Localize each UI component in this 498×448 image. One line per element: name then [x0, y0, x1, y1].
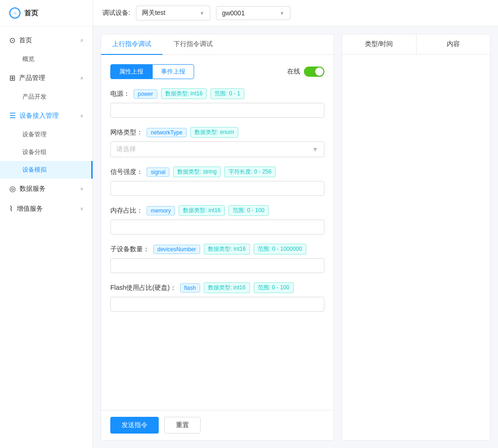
sidebar-item-overview[interactable]: 概览 [0, 50, 93, 68]
tag-power-type: 数据类型: int16 [161, 88, 207, 99]
sidebar-logo: ○ 首页 [0, 0, 93, 27]
device-manage-label: 设备管理 [22, 131, 47, 138]
field-memory: 内存占比： memory 数据类型: int16 范围: 0 - 100 [110, 205, 324, 234]
tag-memory-range: 范围: 0 - 100 [229, 205, 269, 216]
field-memory-label-row: 内存占比： memory 数据类型: int16 范围: 0 - 100 [110, 205, 324, 216]
data-service-label: 数据服务 [20, 185, 46, 193]
product-mgmt-label: 产品管理 [19, 74, 45, 82]
topbar-label: 调试设备: [102, 9, 130, 17]
tag-power-range: 范围: 0 - 1 [210, 88, 244, 99]
reset-button[interactable]: 重置 [164, 417, 201, 434]
field-flash: Flash使用占比(硬盘)： flash 数据类型: int16 范围: 0 -… [110, 282, 324, 312]
tag-signal-length: 字符长度: 0 - 256 [224, 167, 276, 177]
left-panel: 上行指令调试 下行指令调试 属性上报 事件上报 [101, 34, 334, 441]
tag-flash-range: 范围: 0 - 100 [254, 282, 294, 293]
device1-select[interactable]: 网关test ▼ [136, 6, 210, 20]
sidebar-item-product-mgmt[interactable]: ⊞ 产品管理 ∧ [0, 68, 93, 88]
sidebar-item-value-service[interactable]: ⌇ 增值服务 ∨ [0, 199, 93, 219]
device2-value: gw0001 [222, 9, 245, 17]
logo-icon: ○ [9, 7, 20, 19]
device-mgmt-chevron: ∧ [80, 113, 83, 118]
tag-devices-name: devicesNumber [153, 245, 200, 254]
tag-devices-range: 范围: 0 - 1000000 [254, 244, 306, 254]
select-network-chevron-icon: ▼ [312, 146, 318, 153]
input-memory[interactable] [110, 220, 324, 234]
tag-memory-type: 数据类型: int16 [179, 205, 225, 216]
right-panel: 类型/时间 内容 [342, 34, 491, 441]
value-service-label: 增值服务 [17, 205, 43, 213]
field-memory-label: 内存占比： [110, 207, 143, 215]
sub-tabs-row: 属性上报 事件上报 在线 [110, 64, 324, 79]
field-flash-label: Flash使用占比(硬盘)： [110, 284, 176, 292]
tag-power-name: power [134, 89, 157, 99]
field-power-label: 电源： [110, 90, 130, 98]
online-toggle[interactable] [304, 67, 324, 77]
sub-tab-event-label: 事件上报 [161, 68, 185, 75]
right-panel-col1: 类型/时间 [342, 34, 417, 54]
content-area: 上行指令调试 下行指令调试 属性上报 事件上报 [93, 27, 498, 448]
field-signal-label-row: 信号强度： signal 数据类型: string 字符长度: 0 - 256 [110, 167, 324, 177]
sub-tab-event[interactable]: 事件上报 [152, 64, 194, 79]
product-mgmt-icon: ⊞ [9, 74, 15, 82]
device-group-label: 设备分组 [22, 148, 47, 155]
field-power-label-row: 电源： power 数据类型: int16 范围: 0 - 1 [110, 88, 324, 99]
sidebar-item-product-dev[interactable]: 产品开发 [0, 88, 93, 106]
tag-network-type: 数据类型: enum [190, 127, 238, 138]
sidebar-item-device-mgmt[interactable]: ☰ 设备接入管理 ∧ [0, 106, 93, 126]
device2-select[interactable]: gw0001 ▼ [216, 6, 290, 20]
right-panel-body [342, 54, 490, 440]
input-power[interactable] [110, 103, 324, 118]
field-flash-label-row: Flash使用占比(硬盘)： flash 数据类型: int16 范围: 0 -… [110, 282, 324, 293]
tag-signal-name: signal [147, 167, 169, 177]
field-signal: 信号强度： signal 数据类型: string 字符长度: 0 - 256 [110, 167, 324, 196]
sidebar: ○ 首页 ⊙ 首页 ∧ 概览 ⊞ 产品管理 ∧ 产品开发 [0, 0, 93, 448]
sidebar-item-device-manage[interactable]: 设备管理 [0, 126, 93, 143]
input-signal[interactable] [110, 181, 324, 196]
sidebar-item-home[interactable]: ⊙ 首页 ∧ [0, 30, 93, 50]
field-network-type: 网络类型： networkType 数据类型: enum 请选择 ▼ [110, 127, 324, 157]
data-service-chevron: ∨ [80, 186, 83, 191]
sub-tab-property-label: 属性上报 [119, 68, 143, 75]
field-devices-label-row: 子设备数量： devicesNumber 数据类型: int16 范围: 0 -… [110, 244, 324, 254]
field-devices-label: 子设备数量： [110, 245, 149, 254]
sidebar-item-data-service[interactable]: ◎ 数据服务 ∨ [0, 179, 93, 199]
logo-text: 首页 [24, 9, 38, 18]
value-service-icon: ⌇ [9, 204, 13, 213]
tag-memory-name: memory [147, 206, 175, 215]
field-network-label: 网络类型： [110, 128, 143, 137]
send-button[interactable]: 发送指令 [110, 417, 159, 434]
tab-downlink[interactable]: 下行指令调试 [162, 34, 224, 55]
product-dev-label: 产品开发 [22, 93, 47, 100]
device1-value: 网关test [142, 9, 166, 17]
tag-network-name: networkType [147, 128, 187, 137]
product-mgmt-chevron: ∧ [80, 75, 83, 80]
sub-tab-property[interactable]: 属性上报 [110, 64, 152, 79]
select-network-type[interactable]: 请选择 ▼ [110, 141, 324, 157]
data-service-icon: ◎ [9, 184, 16, 193]
sidebar-menu: ⊙ 首页 ∧ 概览 ⊞ 产品管理 ∧ 产品开发 ☰ 设备接入管理 ∧ [0, 27, 93, 448]
tag-signal-type: 数据类型: string [173, 167, 221, 177]
input-flash[interactable] [110, 297, 324, 312]
home-label: 首页 [19, 36, 32, 45]
tab-downlink-label: 下行指令调试 [174, 40, 213, 47]
device-sim-label: 设备模拟 [22, 166, 47, 173]
tag-flash-type: 数据类型: int16 [204, 282, 250, 293]
bottom-bar: 发送指令 重置 [101, 410, 334, 440]
tab-uplink[interactable]: 上行指令调试 [101, 34, 162, 55]
input-devices-number[interactable] [110, 258, 324, 273]
sidebar-item-device-sim[interactable]: 设备模拟 [0, 161, 93, 179]
overview-label: 概览 [22, 55, 34, 62]
device-mgmt-label: 设备接入管理 [20, 112, 59, 120]
sub-tabs: 属性上报 事件上报 [110, 64, 194, 79]
topbar: 调试设备: 网关test ▼ gw0001 ▼ [93, 0, 498, 27]
field-power: 电源： power 数据类型: int16 范围: 0 - 1 [110, 88, 324, 118]
select-network-placeholder: 请选择 [116, 145, 136, 154]
value-service-chevron: ∨ [80, 206, 83, 211]
toggle-knob [315, 67, 323, 76]
field-network-label-row: 网络类型： networkType 数据类型: enum [110, 127, 324, 138]
form-content: 属性上报 事件上报 在线 [101, 55, 334, 410]
device-mgmt-icon: ☰ [9, 111, 16, 120]
device2-chevron-icon: ▼ [280, 11, 284, 16]
sidebar-item-device-group[interactable]: 设备分组 [0, 143, 93, 161]
field-devices-number: 子设备数量： devicesNumber 数据类型: int16 范围: 0 -… [110, 244, 324, 273]
